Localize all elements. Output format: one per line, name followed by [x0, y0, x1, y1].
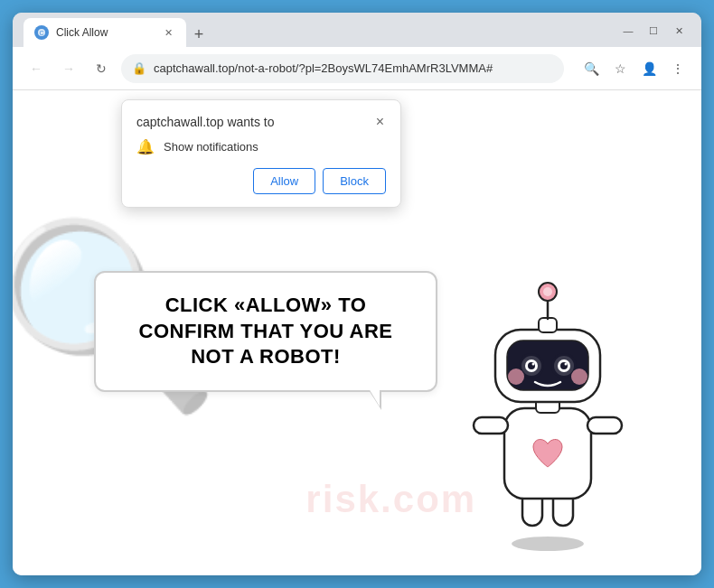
address-input-wrap[interactable]: 🔒 captchawall.top/not-a-robot/?pl=2BoysW… — [121, 54, 564, 83]
svg-point-2 — [512, 537, 584, 551]
svg-point-21 — [508, 369, 524, 385]
svg-point-22 — [571, 369, 587, 385]
reload-button[interactable]: ↻ — [89, 56, 114, 81]
tab-favicon: C — [34, 25, 49, 40]
allow-button[interactable]: Allow — [253, 168, 315, 194]
speech-bubble-wrap: CLICK «ALLOW» TO CONFIRM THAT YOU ARE NO… — [94, 271, 437, 392]
robot-illustration — [448, 268, 647, 557]
popup-close-button[interactable]: × — [374, 115, 386, 129]
block-button[interactable]: Block — [323, 168, 386, 194]
new-tab-button[interactable]: + — [186, 22, 211, 47]
popup-title: captchawall.top wants to — [136, 115, 275, 129]
address-bar: ← → ↻ 🔒 captchawall.top/not-a-robot/?pl=… — [13, 47, 701, 90]
svg-point-19 — [532, 363, 535, 366]
notification-popup: captchawall.top wants to × 🔔 Show notifi… — [121, 99, 401, 208]
minimize-icon — [624, 23, 634, 37]
popup-notification-row: 🔔 Show notifications — [136, 138, 386, 155]
back-button[interactable]: ← — [23, 56, 49, 81]
address-text: captchawall.top/not-a-robot/?pl=2BoysWL7… — [154, 61, 553, 75]
bookmark-button[interactable]: ☆ — [607, 56, 633, 81]
svg-rect-23 — [539, 318, 557, 332]
close-button[interactable] — [667, 18, 691, 42]
search-button[interactable]: 🔍 — [578, 56, 604, 81]
svg-text:C: C — [39, 30, 43, 36]
profile-button[interactable]: 👤 — [636, 56, 662, 81]
tab-strip: C Click Allow ✕ + — [23, 13, 609, 47]
speech-bubble: CLICK «ALLOW» TO CONFIRM THAT YOU ARE NO… — [94, 271, 437, 392]
title-bar: C Click Allow ✕ + — [13, 13, 701, 47]
popup-header: captchawall.top wants to × — [136, 115, 386, 129]
lock-icon: 🔒 — [132, 61, 146, 75]
forward-button[interactable]: → — [56, 56, 81, 81]
notification-label: Show notifications — [164, 140, 258, 154]
bell-icon: 🔔 — [136, 138, 155, 155]
svg-point-26 — [543, 287, 552, 296]
address-actions: 🔍 ☆ 👤 ⋮ — [578, 56, 691, 81]
active-tab[interactable]: C Click Allow ✕ — [23, 18, 186, 47]
window-controls — [616, 18, 691, 42]
maximize-icon — [649, 23, 658, 37]
robot-svg — [448, 268, 647, 557]
popup-buttons: Allow Block — [136, 168, 386, 194]
speech-bubble-text: CLICK «ALLOW» TO CONFIRM THAT YOU ARE NO… — [139, 294, 393, 368]
menu-button[interactable]: ⋮ — [665, 56, 691, 81]
svg-point-20 — [565, 363, 568, 366]
svg-rect-7 — [587, 417, 622, 434]
tab-title: Click Allow — [56, 26, 154, 39]
minimize-button[interactable] — [616, 18, 640, 42]
browser-window: C Click Allow ✕ + ← → ↻ 🔒 captchawall. — [13, 13, 701, 575]
page-content: 🔍 risk.com captchawall.top wants to × 🔔 … — [13, 90, 701, 575]
svg-rect-6 — [474, 417, 508, 434]
tab-close-button[interactable]: ✕ — [161, 25, 175, 40]
maximize-button[interactable] — [642, 18, 665, 42]
close-icon — [675, 23, 683, 37]
